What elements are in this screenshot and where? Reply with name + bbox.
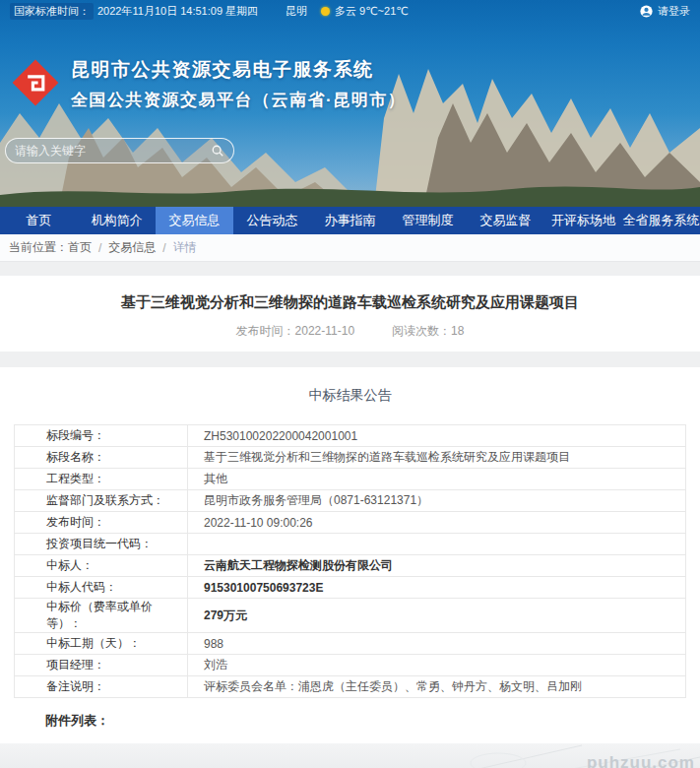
nav-item-supervision[interactable]: 交易监督	[467, 207, 544, 234]
nav-item-provincial-system[interactable]: 全省服务系统	[622, 207, 700, 234]
row-label: 工程类型：	[15, 469, 188, 490]
nav-item-home[interactable]: 首页	[0, 207, 78, 234]
table-row: 中标人：云南航天工程物探检测股份有限公司	[15, 555, 686, 577]
table-row: 监督部门及联系方式：昆明市政务服务管理局（0871-63121371）	[15, 490, 686, 512]
current-datetime: 2022年11月10日 14:51:09 星期四	[97, 4, 258, 19]
user-icon	[640, 5, 653, 18]
breadcrumb: 当前位置： 首页 / 交易信息 / 详情	[0, 234, 700, 262]
view-count: 阅读次数：18	[392, 323, 464, 340]
table-row: 中标工期（天）：988	[15, 633, 686, 655]
row-value: 988	[188, 633, 686, 655]
nav-item-management[interactable]: 管理制度	[389, 207, 467, 234]
row-value: 云南航天工程物探检测股份有限公司	[188, 555, 686, 577]
row-label: 发布时间：	[15, 512, 188, 534]
site-logo-icon	[10, 57, 61, 108]
nav-item-guide[interactable]: 办事指南	[311, 207, 389, 234]
login-label: 请登录	[658, 4, 690, 19]
table-row: 中标人代码：91530100750693723E	[15, 577, 686, 599]
login-button[interactable]: 请登录	[640, 4, 690, 19]
table-row: 发布时间：2022-11-10 09:00:26	[15, 512, 686, 534]
publish-date: 发布时间：2022-11-10	[236, 323, 355, 340]
site-title-sub: 全国公共资源交易平台（云南省·昆明市）	[71, 89, 406, 111]
article-meta: 发布时间：2022-11-10 阅读次数：18	[39, 323, 661, 340]
row-label: 备注说明：	[15, 676, 188, 698]
announcement-table-body: 标段编号：ZH530100202200042001001标段名称：基于三维视觉分…	[15, 425, 686, 698]
table-row: 工程类型：其他	[15, 469, 686, 490]
breadcrumb-detail: 详情	[173, 239, 197, 256]
header-banner: 国家标准时间： 2022年11月10日 14:51:09 星期四 昆明 多云 9…	[0, 0, 700, 207]
page-footer: puhzuu.com	[0, 743, 700, 768]
row-value: 其他	[188, 469, 686, 490]
search-input[interactable]	[15, 144, 211, 158]
article-title: 基于三维视觉分析和三维物探的道路车载巡检系统研究及应用课题项目	[39, 291, 661, 313]
table-row: 备注说明：评标委员会名单：浦恩虎（主任委员）、常勇、钟丹方、杨文明、吕加刚	[15, 676, 686, 698]
nav-item-announcements[interactable]: 公告动态	[233, 207, 311, 234]
article-header-card: 基于三维视觉分析和三维物探的道路车载巡检系统研究及应用课题项目 发布时间：202…	[0, 276, 700, 352]
attachments-label: 附件列表：	[14, 698, 686, 743]
row-value: 91530100750693723E	[188, 577, 686, 599]
breadcrumb-home[interactable]: 首页	[68, 239, 92, 256]
result-table: 标段编号：ZH530100202200042001001标段名称：基于三维视觉分…	[14, 424, 686, 698]
row-label: 项目经理：	[15, 655, 188, 676]
announcement-heading: 中标结果公告	[14, 387, 686, 405]
row-label: 中标工期（天）：	[15, 633, 188, 655]
row-value: 评标委员会名单：浦恩虎（主任委员）、常勇、钟丹方、杨文明、吕加刚	[188, 676, 686, 698]
row-value: 2022-11-10 09:00:26	[188, 512, 686, 534]
row-value: 279万元	[188, 599, 686, 633]
table-row: 标段名称：基于三维视觉分析和三维物探的道路车载巡检系统研究及应用课题项目	[15, 447, 686, 469]
top-status-bar: 国家标准时间： 2022年11月10日 14:51:09 星期四 昆明 多云 9…	[0, 0, 700, 22]
search-box[interactable]	[5, 138, 234, 163]
site-brand: 昆明市公共资源交易电子服务系统 全国公共资源交易平台（云南省·昆明市）	[10, 57, 406, 111]
row-value: 昆明市政务服务管理局（0871-63121371）	[188, 490, 686, 512]
search-icon[interactable]	[211, 144, 224, 158]
weather-sun-icon	[321, 7, 330, 16]
weather-text: 多云 9℃~21℃	[335, 4, 409, 19]
watermark-text: puhzuu.com	[587, 753, 695, 768]
table-row: 投资项目统一代码：	[15, 534, 686, 555]
breadcrumb-prefix: 当前位置：	[9, 239, 68, 256]
row-value	[188, 534, 686, 555]
table-row: 项目经理：刘浩	[15, 655, 686, 676]
row-label: 中标人：	[15, 555, 188, 577]
breadcrumb-trade-info[interactable]: 交易信息	[108, 239, 156, 256]
announcement-card: 中标结果公告 标段编号：ZH530100202200042001001标段名称：…	[0, 367, 700, 743]
row-label: 标段编号：	[15, 425, 188, 447]
row-label: 中标价（费率或单价等）：	[15, 599, 188, 633]
standard-time-label: 国家标准时间：	[10, 3, 94, 20]
main-nav: 首页机构简介交易信息公告动态办事指南管理制度交易监督开评标场地全省服务系统	[0, 207, 700, 234]
nav-item-trade-info[interactable]: 交易信息	[156, 207, 233, 234]
row-value: ZH530100202200042001001	[188, 425, 686, 447]
nav-item-about[interactable]: 机构简介	[78, 207, 156, 234]
row-label: 投资项目统一代码：	[15, 534, 188, 555]
nav-item-venue[interactable]: 开评标场地	[544, 207, 622, 234]
table-row: 标段编号：ZH530100202200042001001	[15, 425, 686, 447]
city-name: 昆明	[286, 4, 307, 19]
row-label: 标段名称：	[15, 447, 188, 469]
breadcrumb-separator: /	[98, 241, 101, 255]
row-value: 基于三维视觉分析和三维物探的道路车载巡检系统研究及应用课题项目	[188, 447, 686, 469]
row-label: 监督部门及联系方式：	[15, 490, 188, 512]
row-value: 刘浩	[188, 655, 686, 676]
row-label: 中标人代码：	[15, 577, 188, 599]
breadcrumb-separator: /	[162, 241, 165, 255]
table-row: 中标价（费率或单价等）：279万元	[15, 599, 686, 633]
site-title-main: 昆明市公共资源交易电子服务系统	[71, 57, 406, 83]
